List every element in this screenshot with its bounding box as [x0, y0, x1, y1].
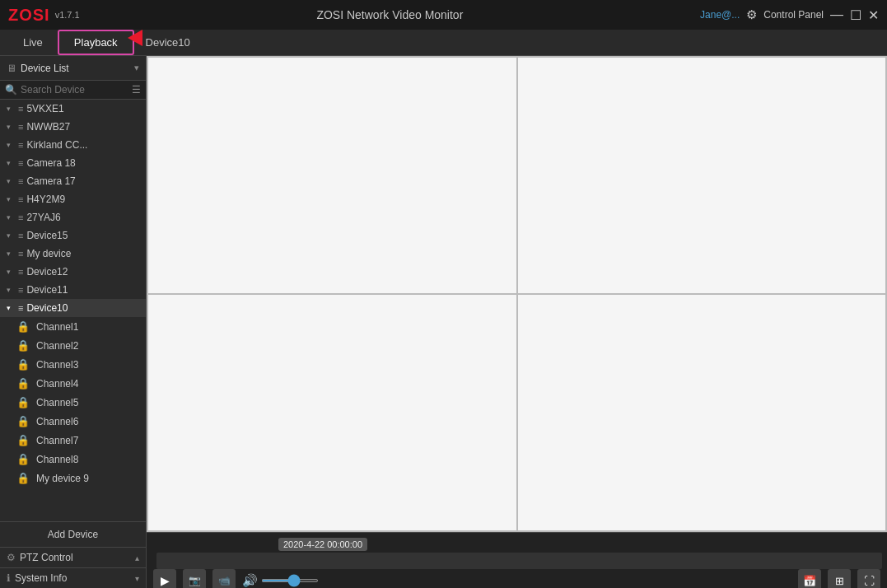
layout-button[interactable]: ⊞	[828, 569, 851, 588]
arrow-annotation	[128, 30, 142, 46]
video-area: 2020-4-22 00:00:00 0:01 0:02 0:03 0:04 0…	[147, 56, 887, 588]
device-item-5VKXE1[interactable]: ▾ ≡ 5VKXE1	[0, 100, 146, 118]
device-item-device12[interactable]: ▾ ≡ Device12	[0, 263, 146, 281]
device-icon: ≡	[18, 212, 23, 222]
device-icon: ≡	[18, 267, 23, 277]
app-version: v1.7.1	[55, 10, 80, 20]
sidebar: 🖥 Device List ▾ 🔍 ☰ ▾ ≡ 5VKXE1 ▾ ≡ NWWB2…	[0, 56, 147, 588]
device-icon: ≡	[18, 176, 23, 186]
device-item-device15[interactable]: ▾ ≡ Device15	[0, 226, 146, 245]
gear-icon[interactable]: ⚙	[746, 7, 757, 22]
titlebar-right: Jane@... ⚙ Control Panel — ☐ ✕	[700, 7, 879, 23]
chevron-icon: ▾	[7, 177, 15, 185]
device-icon: ≡	[18, 231, 23, 240]
device-label: Device15	[26, 230, 68, 241]
chevron-icon: ▾	[7, 123, 15, 131]
list-view-icon[interactable]: ☰	[132, 84, 141, 96]
minimize-button[interactable]: —	[830, 7, 843, 22]
record-button[interactable]: 📹	[212, 569, 236, 588]
camera-icon: 🔒	[16, 358, 30, 371]
tab-playback[interactable]: Playback	[58, 30, 134, 55]
chevron-down-icon[interactable]: ▾	[134, 63, 139, 73]
channel-item-4[interactable]: 🔒 Channel4	[0, 374, 146, 393]
system-info-label: System Info	[15, 572, 67, 584]
system-icon: ℹ	[7, 572, 11, 584]
add-device-button[interactable]: Add Device	[0, 521, 146, 547]
camera-icon: 🔒	[16, 320, 30, 333]
ptz-control-section[interactable]: ⚙ PTZ Control ▴	[0, 547, 146, 567]
controls-row: ▶ 📷 📹 🔊 📅 ⊞ ⛶	[147, 569, 887, 588]
device-icon: ≡	[18, 303, 23, 313]
channel-label: Channel8	[36, 454, 78, 465]
camera-icon: 🔒	[16, 434, 30, 446]
device-item-device10[interactable]: ▾ ≡ Device10	[0, 299, 146, 317]
channel-item-1[interactable]: 🔒 Channel1	[0, 317, 146, 336]
device-icon: ≡	[18, 285, 23, 295]
device-item-camera18[interactable]: ▾ ≡ Camera 18	[0, 154, 146, 172]
channel-label: Channel1	[36, 321, 78, 333]
chevron-icon: ▾	[7, 304, 15, 312]
chevron-icon: ▾	[7, 231, 15, 240]
device-icon: ≡	[18, 122, 23, 132]
device-label: Device12	[26, 266, 68, 278]
device-item-NWWB27[interactable]: ▾ ≡ NWWB27	[0, 118, 146, 136]
snapshot-button[interactable]: 📷	[183, 569, 206, 588]
ptz-icon: ⚙	[7, 552, 16, 563]
maximize-button[interactable]: ☐	[850, 7, 861, 23]
channel-item-8[interactable]: 🔒 Channel8	[0, 450, 146, 469]
camera-icon: 🔒	[16, 472, 30, 484]
device-item-H4Y2M9[interactable]: ▾ ≡ H4Y2M9	[0, 190, 146, 208]
channel-item-5[interactable]: 🔒 Channel5	[0, 393, 146, 412]
device-icon: ≡	[18, 194, 23, 204]
device-item-mydevice[interactable]: ▾ ≡ My device	[0, 245, 146, 263]
channel-item-3[interactable]: 🔒 Channel3	[0, 355, 146, 374]
titlebar-left: ZOSI v1.7.1	[8, 6, 80, 25]
close-button[interactable]: ✕	[868, 7, 879, 23]
device-label: H4Y2M9	[26, 194, 65, 205]
search-input[interactable]	[21, 84, 111, 96]
device-item-camera17[interactable]: ▾ ≡ Camera 17	[0, 172, 146, 190]
camera-icon: 🔒	[16, 377, 30, 390]
device-tree: ▾ ≡ 5VKXE1 ▾ ≡ NWWB27 ▾ ≡ Kirkland CC...…	[0, 100, 146, 521]
device-label: 27YAJ6	[26, 212, 60, 223]
tab-live[interactable]: Live	[8, 31, 58, 54]
device-icon: ≡	[18, 158, 23, 168]
volume-icon: 🔊	[242, 573, 258, 588]
calendar-button[interactable]: 📅	[798, 569, 821, 588]
timeline-area[interactable]: 2020-4-22 00:00:00 0:01 0:02 0:03 0:04 0…	[147, 533, 887, 569]
search-bar: 🔍 ☰	[0, 81, 146, 100]
system-info-section[interactable]: ℹ System Info ▾	[0, 567, 146, 588]
main-layout: 🖥 Device List ▾ 🔍 ☰ ▾ ≡ 5VKXE1 ▾ ≡ NWWB2…	[0, 56, 887, 588]
channel-label: Channel6	[36, 416, 78, 427]
playback-bar: 2020-4-22 00:00:00 0:01 0:02 0:03 0:04 0…	[147, 532, 887, 588]
device-label: NWWB27	[26, 121, 70, 133]
play-button[interactable]: ▶	[153, 569, 176, 588]
channel-label: Channel7	[36, 435, 78, 446]
device-label: Kirkland CC...	[26, 139, 87, 151]
device-item-kirkland[interactable]: ▾ ≡ Kirkland CC...	[0, 136, 146, 154]
fullscreen-button[interactable]: ⛶	[857, 569, 880, 588]
time-label: 2020-4-22 00:00:00	[278, 538, 367, 551]
device-label: Device10	[26, 302, 68, 314]
control-panel-label[interactable]: Control Panel	[763, 9, 824, 21]
camera-icon: 🔒	[16, 453, 30, 465]
device-label: Camera 17	[26, 175, 75, 187]
chevron-up-icon: ▴	[135, 553, 139, 562]
channel-item-2[interactable]: 🔒 Channel2	[0, 336, 146, 355]
device-item-device11[interactable]: ▾ ≡ Device11	[0, 281, 146, 299]
channel-label: Channel5	[36, 397, 78, 408]
channel-item-7[interactable]: 🔒 Channel7	[0, 431, 146, 450]
device-item-27YAJ6[interactable]: ▾ ≡ 27YAJ6	[0, 208, 146, 226]
device-item-mydevice9[interactable]: 🔒 My device 9	[0, 469, 146, 488]
chevron-icon: ▾	[7, 213, 15, 222]
breadcrumb: Device10	[146, 36, 190, 49]
timeline-track[interactable]: 0:01 0:02 0:03 0:04 0:05 0:06 0:07 1 2 3…	[156, 553, 882, 569]
channel-item-6[interactable]: 🔒 Channel6	[0, 412, 146, 431]
camera-icon: 🔒	[16, 396, 30, 408]
titlebar: ZOSI v1.7.1 ZOSI Network Video Monitor J…	[0, 0, 887, 30]
device-list-header: 🖥 Device List ▾	[0, 56, 146, 81]
chevron-icon: ▾	[7, 195, 15, 203]
volume-slider[interactable]	[261, 579, 319, 582]
camera-icon: 🔒	[16, 339, 30, 352]
chevron-icon: ▾	[7, 250, 15, 258]
